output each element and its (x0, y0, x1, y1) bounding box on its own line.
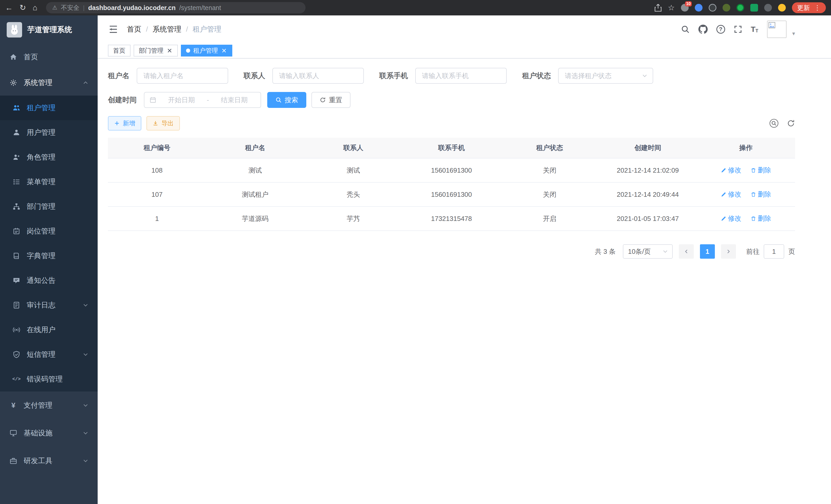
avatar-caret-icon[interactable]: ▾ (792, 30, 795, 38)
sidebar-collapse-icon[interactable] (109, 25, 118, 33)
share-icon[interactable] (655, 4, 662, 11)
edit-link[interactable]: 修改 (721, 214, 741, 223)
extension-shield-icon[interactable]: 10 (681, 4, 689, 11)
edit-link[interactable]: 修改 (721, 166, 741, 175)
extension-globe-icon[interactable] (709, 4, 716, 11)
extension-drop-icon[interactable] (695, 4, 703, 11)
sidebar-item-post-management[interactable]: 岗位管理 (0, 219, 98, 243)
edit-link[interactable]: 修改 (721, 190, 741, 199)
delete-link[interactable]: 删除 (751, 166, 771, 175)
table-row: 1 芋道源码 芋艿 17321315478 开启 2021-01-05 17:0… (108, 207, 795, 231)
fullscreen-icon[interactable] (734, 25, 742, 33)
chevron-right-icon (726, 249, 731, 254)
export-button[interactable]: 导出 (146, 116, 180, 130)
search-icon[interactable] (681, 25, 690, 34)
trash-icon (751, 216, 756, 221)
add-button[interactable]: 新增 (108, 116, 141, 130)
sidebar-item-dict-management[interactable]: 字典管理 (0, 243, 98, 268)
sidebar-item-sms-management[interactable]: 短信管理 (0, 342, 98, 367)
breadcrumb-separator: / (146, 25, 148, 33)
extension-olive-icon[interactable] (722, 4, 730, 11)
edit-label: 修改 (728, 190, 741, 199)
edit-label: 修改 (728, 214, 741, 223)
breadcrumb-home[interactable]: 首页 (127, 24, 141, 34)
sidebar-item-infrastructure[interactable]: 基础设施 (0, 419, 98, 447)
close-icon[interactable] (167, 48, 173, 54)
sidebar-item-online-users[interactable]: 在线用户 (0, 318, 98, 342)
tab-home[interactable]: 首页 (108, 45, 131, 57)
user-avatar[interactable] (767, 21, 786, 38)
sidebar-item-tenant-management[interactable]: 租户管理 (0, 95, 98, 120)
reset-button[interactable]: 重置 (311, 92, 350, 108)
update-label: 更新 (797, 4, 810, 12)
tab-dept-management[interactable]: 部门管理 (134, 45, 178, 57)
browser-back-icon[interactable]: ← (5, 4, 13, 11)
tenant-table: 租户编号 租户名 联系人 联系手机 租户状态 创建时间 操作 108 测试 (108, 138, 795, 231)
reset-button-label: 重置 (329, 95, 342, 105)
sidebar-item-role-management[interactable]: 角色管理 (0, 145, 98, 170)
tenants-icon (12, 104, 21, 112)
extension-green-circle-icon[interactable] (737, 4, 744, 11)
contact-input[interactable] (273, 68, 364, 84)
breadcrumb-system[interactable]: 系统管理 (153, 24, 181, 34)
browser-home-icon[interactable]: ⌂ (33, 4, 37, 11)
browser-menu-icon[interactable]: ⋮ (814, 4, 821, 12)
app-logo[interactable]: 芋道管理系统 (0, 16, 98, 44)
address-bar[interactable]: ⚠ 不安全 | dashboard.yudao.iocoder.cn/syste… (46, 2, 306, 13)
font-small-glyph: T (755, 28, 758, 34)
tenant-name-label: 租户名 (108, 71, 130, 81)
trash-icon (751, 168, 756, 173)
sidebar-item-dev-tools[interactable]: 研发工具 (0, 447, 98, 475)
font-size-icon[interactable]: TT (751, 25, 758, 34)
sidebar-item-notice[interactable]: 通知公告 (0, 268, 98, 293)
table-header-row: 租户编号 租户名 联系人 联系手机 租户状态 创建时间 操作 (108, 138, 795, 158)
toggle-search-icon[interactable] (769, 119, 779, 128)
goto-page-input[interactable] (764, 244, 784, 259)
monitor-icon (9, 429, 18, 437)
github-icon[interactable] (698, 25, 708, 34)
prev-page-button[interactable] (679, 244, 694, 259)
sidebar-item-error-code-management[interactable]: </> 错误码管理 (0, 367, 98, 391)
delete-link[interactable]: 删除 (751, 190, 771, 199)
edit-pencil-icon (721, 191, 726, 197)
sidebar-item-label: 首页 (24, 52, 88, 62)
cell-contact: 秃头 (304, 182, 402, 207)
refresh-table-icon[interactable] (787, 119, 795, 127)
sidebar-item-menu-management[interactable]: 菜单管理 (0, 170, 98, 194)
extension-plug-icon[interactable] (764, 4, 772, 11)
delete-link[interactable]: 删除 (751, 214, 771, 223)
next-page-button[interactable] (721, 244, 736, 259)
add-button-label: 新增 (123, 119, 135, 127)
browser-update-button[interactable]: 更新 ⋮ (792, 2, 826, 13)
extension-chat-icon[interactable] (750, 4, 758, 11)
sidebar-item-label: 岗位管理 (27, 226, 88, 236)
sidebar-item-home[interactable]: 首页 (0, 44, 98, 70)
sidebar-item-label: 租户管理 (27, 103, 88, 113)
date-range-picker[interactable]: 开始日期 - 结束日期 (144, 92, 261, 108)
browser-reload-icon[interactable]: ↻ (20, 4, 26, 11)
tenant-name-input[interactable] (137, 68, 228, 84)
chevron-down-icon (83, 458, 88, 464)
bookmark-star-icon[interactable]: ☆ (668, 4, 675, 11)
home-icon (9, 53, 18, 61)
page-size-select[interactable]: 10条/页 (623, 244, 673, 259)
help-icon[interactable]: ? (716, 25, 725, 34)
sidebar-item-payment-management[interactable]: ¥ 支付管理 (0, 391, 98, 419)
page-number-button[interactable]: 1 (700, 244, 715, 259)
close-icon[interactable] (221, 48, 227, 54)
phone-input[interactable] (415, 68, 507, 84)
sidebar-item-audit-log[interactable]: 审计日志 (0, 293, 98, 318)
phone-label: 联系手机 (379, 71, 408, 81)
page-label: 页 (789, 247, 795, 256)
extension-smiley-icon[interactable] (778, 4, 786, 11)
breadcrumb: 首页 / 系统管理 / 租户管理 (127, 24, 222, 34)
font-big-glyph: T (751, 25, 755, 34)
sidebar-item-system-management[interactable]: 系统管理 (0, 70, 98, 95)
system-submenu: 租户管理 用户管理 角色管理 (0, 95, 98, 391)
sidebar-item-dept-management[interactable]: 部门管理 (0, 194, 98, 219)
sidebar-item-user-management[interactable]: 用户管理 (0, 120, 98, 145)
tab-tenant-management[interactable]: 租户管理 (181, 45, 232, 57)
sidebar-item-label: 错误码管理 (27, 374, 88, 384)
status-select[interactable]: 请选择租户状态 (558, 68, 653, 84)
search-button[interactable]: 搜索 (267, 92, 306, 108)
